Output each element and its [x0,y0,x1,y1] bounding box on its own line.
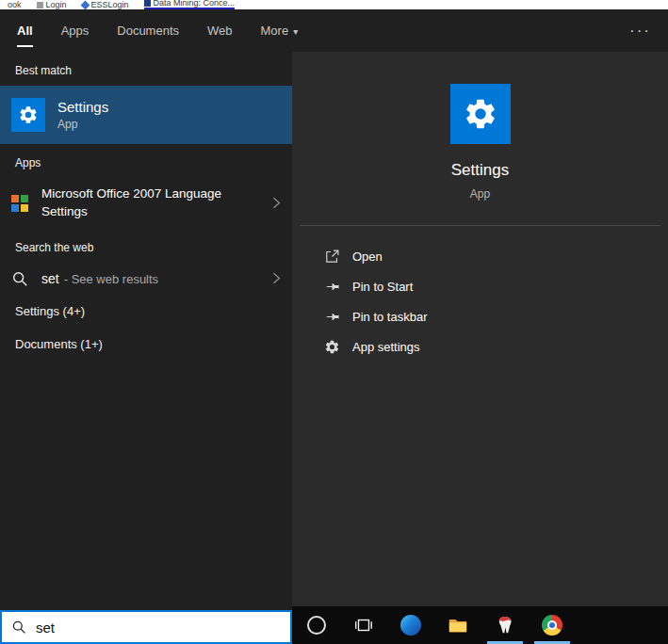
tab-label: Web [207,24,233,38]
preview-column: Settings App Open Pin to Start Pin to ta… [292,52,668,644]
best-match-title: Settings [57,99,108,115]
taskbar [292,606,668,644]
bookmark-item[interactable]: ESSLogin [82,0,129,9]
web-search-text: set- See web results [41,271,158,286]
action-app-settings[interactable]: App settings [324,331,668,362]
apps-section-label: Apps [0,144,292,178]
settings-gear-icon [11,98,45,132]
app-actions-list: Open Pin to Start Pin to taskbar App set… [292,226,668,362]
tab-all[interactable]: All [17,9,33,52]
search-content: Best match Settings App Apps [0,52,668,644]
best-match-text: Settings App [57,99,108,131]
cortana-icon[interactable] [305,614,328,636]
bookmark-label: Login [46,0,67,9]
file-explorer-icon[interactable] [447,614,469,636]
action-label: Pin to Start [352,280,413,294]
chevron-right-icon [272,196,281,210]
favicon [37,2,43,8]
settings-app-tile [450,84,511,144]
office-language-icon [11,195,28,212]
bookmark-label: ook [8,0,22,9]
chevron-down-icon [288,24,298,38]
pin-icon [324,279,340,295]
action-label: Pin to taskbar [352,310,428,324]
tab-more[interactable]: More [261,9,299,52]
tab-apps[interactable]: Apps [61,9,90,52]
chrome-logo [542,615,562,636]
action-open[interactable]: Open [324,241,668,271]
web-suffix: - See web results [64,272,158,286]
chevron-right-icon [272,271,281,285]
search-icon [11,620,26,635]
settings-group-header[interactable]: Settings (4+) [0,295,292,328]
action-label: App settings [352,340,420,354]
search-input[interactable] [36,620,281,636]
edge-icon[interactable] [399,614,422,636]
bookmark-item[interactable]: Login [37,0,67,9]
bookmark-label: ESSLogin [91,0,129,9]
browser-bookmarks-strip: ook Login ESSLogin Data Mining: Conce... [0,0,668,9]
favicon [144,0,151,7]
tab-label: Documents [117,24,179,38]
cortana-ring [307,616,326,635]
red-app-icon[interactable] [494,614,516,636]
best-match-section-label: Best match [0,52,292,86]
result-web-search[interactable]: set- See web results [0,263,292,295]
documents-group-header[interactable]: Documents (1+) [0,328,292,361]
results-list: Best match Settings App Apps [0,52,292,610]
task-view-icon[interactable] [352,614,375,636]
bookmark-item[interactable]: Data Mining: Conce... [144,0,236,9]
web-query: set [41,271,59,286]
tab-web[interactable]: Web [207,9,233,52]
gear-icon [463,96,498,132]
office-icon-square [11,195,19,202]
more-options-button[interactable]: ··· [629,22,651,40]
tab-documents[interactable]: Documents [117,9,179,52]
best-match-result-settings[interactable]: Settings App [0,86,292,144]
action-pin-to-taskbar[interactable]: Pin to taskbar [324,301,668,331]
favicon [80,1,90,9]
search-results-panel: Best match Settings App Apps [0,52,292,644]
office-icon-square [21,195,28,202]
office-icon-square [21,204,28,212]
pin-icon [324,309,340,325]
preview-app-subtitle: App [292,187,668,201]
search-tabs-bar: All Apps Documents Web More ··· [0,9,668,52]
search-web-section-label: Search the web [0,229,292,263]
windows-search-flyout: ook Login ESSLogin Data Mining: Conce...… [0,0,668,644]
result-label: Microsoft Office 2007 Language Settings [41,185,251,221]
bookmark-item[interactable]: ook [8,0,22,9]
search-icon [11,270,28,287]
tab-label: More [261,24,289,38]
app-preview-panel: Settings App Open Pin to Start Pin to ta… [292,52,668,606]
bookmark-label: Data Mining: Conce... [154,0,236,8]
result-office-language-settings[interactable]: Microsoft Office 2007 Language Settings [0,178,292,229]
gear-icon [324,339,340,355]
office-icon-square [11,204,19,212]
action-label: Open [352,250,383,264]
edge-logo [400,615,421,636]
preview-app-title: Settings [292,161,668,180]
best-match-subtitle: App [57,118,108,131]
taskbar-search-box[interactable] [0,610,292,644]
open-icon [324,249,340,265]
tab-label: All [17,24,33,38]
action-pin-to-start[interactable]: Pin to Start [324,271,668,301]
chrome-icon[interactable] [541,614,563,636]
tab-label: Apps [61,24,90,38]
